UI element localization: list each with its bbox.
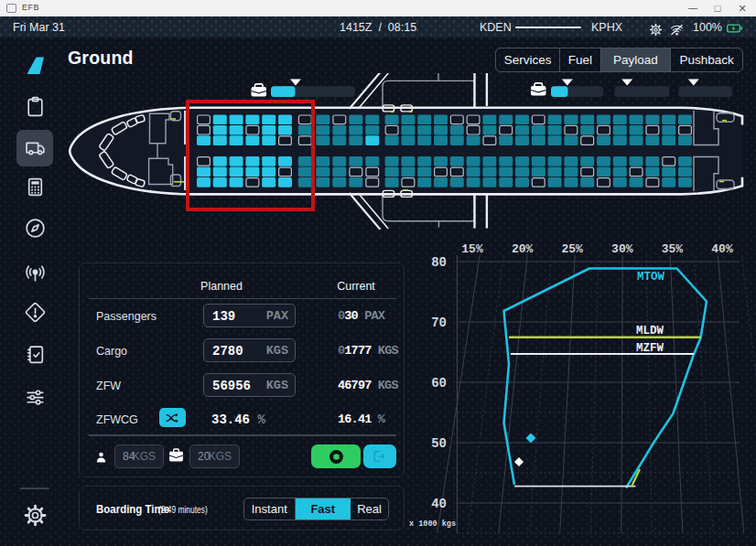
svg-text:30%: 30% [611,242,633,256]
svg-text:70: 70 [431,316,447,330]
svg-text:35%: 35% [662,242,684,256]
svg-text:15%: 15% [461,242,483,256]
svg-text:60: 60 [431,376,447,391]
svg-text:x 1000 kgs: x 1000 kgs [409,519,456,529]
svg-text:40%: 40% [711,242,733,256]
svg-text:20%: 20% [512,242,534,256]
svg-text:25%: 25% [561,242,583,256]
svg-text:40: 40 [431,497,447,511]
svg-text:MTOW: MTOW [637,271,665,284]
svg-text:MZFW: MZFW [636,342,664,355]
svg-text:MLDW: MLDW [636,325,664,337]
svg-text:80: 80 [431,255,447,270]
svg-text:50: 50 [431,436,447,451]
